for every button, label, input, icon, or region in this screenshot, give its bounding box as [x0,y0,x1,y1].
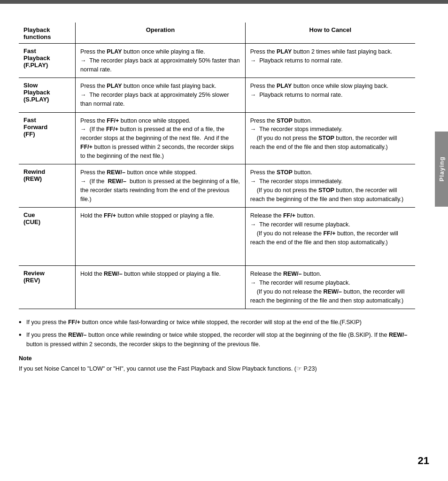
cell-func: Cue(CUE) [19,208,76,266]
cell-func: Rewind(REW) [19,164,76,208]
header-cancel: How to Cancel [245,23,415,44]
bullet-text-2: If you press the REW/– button once while… [26,330,415,349]
cell-cancel: Release the FF/+ button.→ The recorder w… [245,208,415,266]
cell-cancel: Press the PLAY button 2 times while fast… [245,44,415,78]
table-row: Review(REV)Hold the REW/– button while s… [19,266,415,309]
side-tab: Playing [435,132,448,207]
note-label: Note [19,354,415,363]
table-row: Cue(CUE)Hold the FF/+ button while stopp… [19,208,415,266]
cell-cancel: Release the REW/– button.→ The recorder … [245,266,415,309]
cell-op: Hold the REW/– button while stopped or p… [76,266,246,309]
cell-func: Review(REV) [19,266,76,309]
table-row: SlowPlayback(S.PLAY)Press the PLAY butto… [19,78,415,112]
table-row: FastPlayback(F.PLAY)Press the PLAY butto… [19,44,415,78]
playback-table: Playback functions Operation How to Canc… [19,23,415,309]
cell-op: Press the REW/– button once while stoppe… [76,164,246,208]
cell-cancel: Press the STOP button.→ The recorder sto… [245,164,415,208]
bullet-1: • If you press the FF/+ button once whil… [19,318,415,327]
bullet-2: • If you press the REW/– button once whi… [19,330,415,349]
cell-cancel: Press the PLAY button once while slow pl… [245,78,415,112]
cell-op: Press the PLAY button once while playing… [76,44,246,78]
header-op: Operation [76,23,246,44]
table-row: FastForward(FF)Press the FF/+ button onc… [19,112,415,164]
note-text: If you set Noise Cancel to "LOW" or "HI"… [19,364,415,373]
top-bar [0,0,448,4]
cell-func: FastPlayback(F.PLAY) [19,44,76,78]
cell-op: Hold the FF/+ button while stopped or pl… [76,208,246,266]
bullet-text-1: If you press the FF/+ button once while … [26,318,415,327]
header-func: Playback functions [19,23,76,44]
bullet-dot-1: • [19,318,26,327]
cell-op: Press the PLAY button once while fast pl… [76,78,246,112]
cell-func: FastForward(FF) [19,112,76,164]
cell-func: SlowPlayback(S.PLAY) [19,78,76,112]
page-content: Playback functions Operation How to Canc… [0,4,448,388]
bullet-dot-2: • [19,330,26,349]
notes-section: • If you press the FF/+ button once whil… [19,318,415,373]
page-number: 21 [418,455,429,467]
table-row: Rewind(REW)Press the REW/– button once w… [19,164,415,208]
cell-cancel: Press the STOP button.→ The recorder sto… [245,112,415,164]
cell-op: Press the FF/+ button once while stopped… [76,112,246,164]
side-tab-label: Playing [438,156,445,181]
